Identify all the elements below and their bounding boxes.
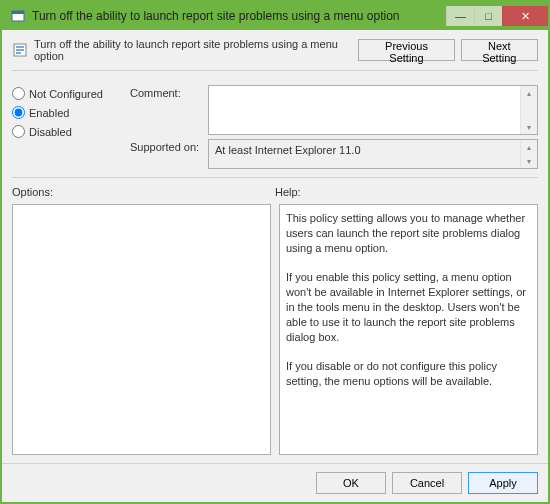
- options-label: Options:: [12, 186, 275, 198]
- footer: OK Cancel Apply: [2, 463, 548, 502]
- divider: [12, 177, 538, 178]
- supported-on-value: At least Internet Explorer 11.0: [215, 144, 361, 156]
- comment-label: Comment:: [130, 85, 202, 99]
- divider: [12, 70, 538, 71]
- comment-field-row: Comment: ▴ ▾: [130, 85, 538, 135]
- supported-on-box: At least Internet Explorer 11.0 ▴ ▾: [208, 139, 538, 169]
- panels: This policy setting allows you to manage…: [12, 204, 538, 455]
- help-content: This policy setting allows you to manage…: [286, 212, 529, 387]
- scroll-up-icon[interactable]: ▴: [521, 140, 537, 154]
- minimize-button[interactable]: —: [446, 6, 474, 26]
- header-row: Turn off the ability to launch report si…: [12, 38, 538, 62]
- maximize-button[interactable]: □: [474, 6, 502, 26]
- content-area: Turn off the ability to launch report si…: [2, 30, 548, 463]
- cancel-button[interactable]: Cancel: [392, 472, 462, 494]
- policy-dialog-window: Turn off the ability to launch report si…: [0, 0, 550, 504]
- radio-disabled[interactable]: Disabled: [12, 125, 122, 138]
- radio-disabled-label: Disabled: [29, 126, 72, 138]
- help-panel: This policy setting allows you to manage…: [279, 204, 538, 455]
- previous-setting-button[interactable]: Previous Setting: [358, 39, 454, 61]
- comment-scrollbar[interactable]: ▴ ▾: [520, 86, 537, 134]
- radio-disabled-input[interactable]: [12, 125, 25, 138]
- radio-enabled-input[interactable]: [12, 106, 25, 119]
- nav-buttons: Previous Setting Next Setting: [358, 39, 538, 61]
- radio-enabled-label: Enabled: [29, 107, 69, 119]
- next-setting-button[interactable]: Next Setting: [461, 39, 538, 61]
- radio-not-configured-label: Not Configured: [29, 88, 103, 100]
- radio-not-configured-input[interactable]: [12, 87, 25, 100]
- policy-title-text: Turn off the ability to launch report si…: [34, 38, 352, 62]
- scroll-down-icon[interactable]: ▾: [521, 154, 537, 168]
- svg-rect-1: [12, 11, 24, 14]
- ok-button[interactable]: OK: [316, 472, 386, 494]
- supported-label: Supported on:: [130, 139, 202, 153]
- radio-enabled[interactable]: Enabled: [12, 106, 122, 119]
- close-button[interactable]: ✕: [502, 6, 548, 26]
- window-buttons: — □ ✕: [446, 6, 548, 26]
- scroll-up-icon[interactable]: ▴: [521, 86, 537, 100]
- radio-not-configured[interactable]: Not Configured: [12, 87, 122, 100]
- supported-scrollbar[interactable]: ▴ ▾: [520, 140, 537, 168]
- options-panel: [12, 204, 271, 455]
- window-title: Turn off the ability to launch report si…: [32, 9, 446, 23]
- comment-column: Comment: ▴ ▾ Supported on: At least Inte…: [130, 85, 538, 169]
- titlebar[interactable]: Turn off the ability to launch report si…: [2, 2, 548, 30]
- supported-field-row: Supported on: At least Internet Explorer…: [130, 139, 538, 169]
- config-row: Not Configured Enabled Disabled Comment:: [12, 79, 538, 169]
- help-label: Help:: [275, 186, 301, 198]
- panel-labels: Options: Help:: [12, 186, 538, 198]
- apply-button[interactable]: Apply: [468, 472, 538, 494]
- window-icon: [10, 8, 26, 24]
- policy-icon: [12, 42, 28, 58]
- scroll-down-icon[interactable]: ▾: [521, 120, 537, 134]
- radio-column: Not Configured Enabled Disabled: [12, 85, 122, 169]
- comment-textarea[interactable]: ▴ ▾: [208, 85, 538, 135]
